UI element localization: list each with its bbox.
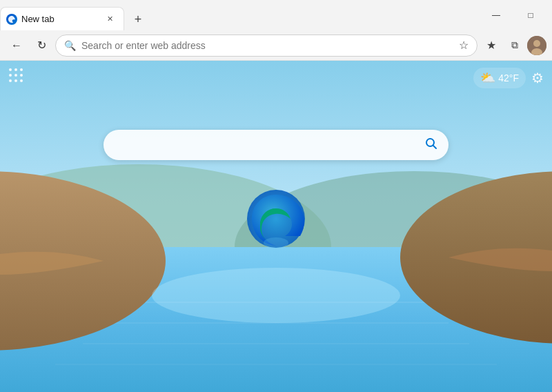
ntp-search-icon (425, 137, 437, 153)
maximize-button[interactable]: □ (515, 4, 546, 26)
ntp-top-right: ⛅ 42°F ⚙ (473, 68, 544, 88)
toolbar-actions: ★ ⧉ (480, 35, 546, 57)
active-tab[interactable]: New tab ✕ (0, 7, 124, 30)
svg-point-23 (20, 79, 23, 82)
address-input[interactable] (81, 40, 453, 51)
window-controls: — □ (475, 0, 552, 30)
edge-logo (245, 188, 307, 250)
back-button[interactable]: ← (6, 35, 28, 57)
svg-line-25 (433, 146, 437, 149)
weather-widget[interactable]: ⛅ 42°F (473, 68, 526, 88)
new-tab-button[interactable]: + (127, 8, 149, 30)
ntp-top-bar: ⛅ 42°F ⚙ (0, 61, 552, 88)
refresh-button[interactable]: ↻ (30, 35, 52, 57)
minimize-button[interactable]: — (480, 4, 512, 26)
tab-strip: New tab ✕ + (0, 0, 475, 30)
svg-point-19 (14, 74, 17, 77)
svg-point-15 (9, 68, 12, 71)
address-bar[interactable]: 🔍 ☆ (55, 35, 477, 57)
favorites-button[interactable]: ★ (480, 35, 502, 57)
ntp-settings-icon[interactable]: ⚙ (531, 70, 544, 86)
tab-favicon (6, 14, 17, 25)
edge-logo-area (245, 188, 307, 253)
refresh-icon: ↻ (37, 39, 46, 52)
svg-point-18 (9, 74, 12, 77)
search-icon: 🔍 (64, 40, 76, 51)
svg-point-17 (20, 68, 23, 71)
favorites-icon: ★ (486, 39, 496, 52)
tab-title: New tab (21, 14, 99, 24)
toolbar: ← ↻ 🔍 ☆ ★ ⧉ (0, 30, 552, 61)
svg-point-22 (14, 79, 17, 82)
ntp-overlay: ⛅ 42°F ⚙ (0, 61, 552, 392)
favorites-quick-icon[interactable]: ☆ (459, 39, 469, 52)
title-bar: New tab ✕ + — □ (0, 0, 552, 30)
new-tab-page: ⛅ 42°F ⚙ (0, 61, 552, 392)
svg-point-27 (264, 237, 288, 248)
ntp-search-input[interactable] (115, 139, 418, 151)
svg-point-16 (14, 68, 17, 71)
back-icon: ← (11, 39, 22, 52)
tab-close-button[interactable]: ✕ (103, 12, 117, 26)
collections-icon: ⧉ (511, 39, 518, 51)
svg-point-20 (20, 74, 23, 77)
profile-avatar[interactable] (527, 36, 546, 55)
weather-temperature: 42°F (498, 72, 519, 84)
weather-icon: ⛅ (480, 70, 495, 86)
customize-icon[interactable] (8, 68, 23, 86)
svg-point-2 (533, 40, 540, 47)
svg-point-21 (9, 79, 12, 82)
ntp-search-box[interactable] (103, 130, 448, 160)
ntp-search-area (103, 130, 448, 160)
collections-button[interactable]: ⧉ (504, 35, 526, 57)
